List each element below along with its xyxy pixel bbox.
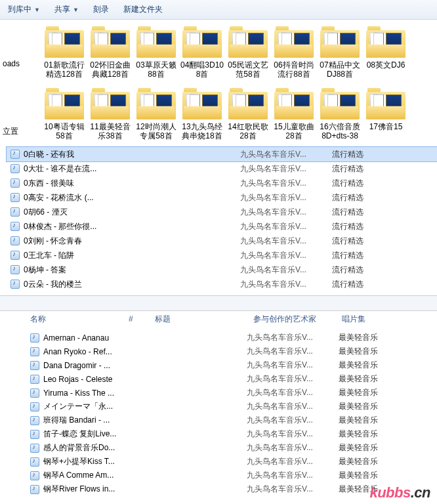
folder-label: 08英文DJ6 <box>364 60 408 70</box>
col-name[interactable]: 名称 <box>30 314 129 325</box>
music-row[interactable]: メインテーマ「永...九头鸟名车音乐V...最美轻音乐 <box>26 400 437 413</box>
music-row[interactable]: 感人的背景音乐Do...九头鸟名车音乐V...最美轻音乐 <box>26 441 437 455</box>
col-artist[interactable]: 参与创作的艺术家 <box>253 314 342 325</box>
music-row[interactable]: 0白晓 - 还有我九头鸟名车音乐V...流行精选 <box>7 147 437 161</box>
music-row[interactable]: 0刘刚 - 怀念青春九头鸟名车音乐V...流行精选 <box>7 234 437 248</box>
folder-item[interactable]: 12时尚潮人专属58首 <box>134 88 178 140</box>
folder-item[interactable]: 01新歌流行精选128首 <box>42 26 87 79</box>
folder-item[interactable]: 02怀旧金曲典藏128首 <box>88 26 133 79</box>
music-row[interactable]: Amernan - Ananau九头鸟名车音乐V...最美轻音乐 <box>26 331 437 345</box>
music-album: 最美轻音乐 <box>339 401 378 412</box>
music-icon <box>10 178 20 188</box>
folder-icon <box>136 88 176 119</box>
new-folder-label: 新建文件夹 <box>123 4 163 15</box>
music-row[interactable]: 0王北车 - 陷阱九头鸟名车音乐V...流行精选 <box>7 248 437 262</box>
music-album: 最美轻音乐 <box>339 360 378 371</box>
folder-label: 13九头鸟经典串烧18首 <box>180 122 224 140</box>
folder-item[interactable]: 03草原天籁88首 <box>134 26 178 79</box>
folder-item[interactable]: 06抖音时尚流行88首 <box>272 26 316 79</box>
folder-item[interactable]: 17佛音15 <box>364 88 408 140</box>
music-row[interactable]: 钢琴A Comme Am...九头鸟名车音乐V...最美轻音乐 <box>26 469 437 482</box>
folder-label: 14红歌民歌28首 <box>226 122 270 140</box>
music-name: 班得瑞 Bandari - ... <box>43 415 247 426</box>
library-menu[interactable]: 到库中▼ <box>3 3 45 16</box>
column-header: 名称 # 标题 参与创作的艺术家 唱片集 <box>0 311 437 327</box>
folder-item[interactable]: 13九头鸟经典串烧18首 <box>180 88 224 140</box>
music-row[interactable]: 0高安 - 花桥流水 (...九头鸟名车音乐V...流行精选 <box>7 190 437 205</box>
music-row[interactable]: 0杨坤 - 答案九头鸟名车音乐V...流行精选 <box>7 262 437 277</box>
music-list: Amernan - Ananau九头鸟名车音乐V...最美轻音乐Anan Ryo… <box>0 327 437 496</box>
music-name: 0东西 - 很美味 <box>24 178 240 189</box>
music-name: 0云朵 - 我的楼兰 <box>24 279 240 290</box>
music-album: 流行精选 <box>332 178 364 189</box>
music-artist: 九头鸟名车音乐V... <box>240 264 332 276</box>
music-name: 0高安 - 花桥流水 (... <box>24 192 240 203</box>
folder-label: 17佛音15 <box>364 122 408 131</box>
folder-item[interactable]: 11最美轻音乐38首 <box>88 88 133 140</box>
folder-icon <box>228 88 268 119</box>
music-row[interactable]: Leo Rojas - Celeste九头鸟名车音乐V...最美轻音乐 <box>26 372 437 386</box>
folder-item[interactable]: 04翻唱3D108首 <box>180 26 224 79</box>
music-album: 流行精选 <box>332 264 364 276</box>
music-icon <box>10 251 20 260</box>
music-artist: 九头鸟名车音乐V... <box>247 387 339 398</box>
music-row[interactable]: 钢琴+小提琴Kiss T...九头鸟名车音乐V...最美轻音乐 <box>26 455 437 469</box>
music-name: 0白晓 - 还有我 <box>24 149 240 160</box>
folder-item[interactable]: 07精品中文DJ88首 <box>318 26 362 79</box>
music-album: 流行精选 <box>332 149 364 160</box>
music-row[interactable]: Anan Ryoko - Ref...九头鸟名车音乐V...最美轻音乐 <box>26 345 437 358</box>
music-icon <box>10 265 20 274</box>
side-text: oads <box>3 59 20 68</box>
folder-icon <box>366 26 406 58</box>
folder-label: 02怀旧金曲典藏128首 <box>88 60 133 79</box>
new-folder-button[interactable]: 新建文件夹 <box>118 3 168 16</box>
music-row[interactable]: 0东西 - 很美味九头鸟名车音乐V...流行精选 <box>7 176 437 190</box>
music-name: 钢琴+小提琴Kiss T... <box>43 456 247 467</box>
music-album: 流行精选 <box>332 163 364 175</box>
folder-label: 16六倍音质8D+dts-38 <box>318 122 362 140</box>
music-artist: 九头鸟名车音乐V... <box>247 484 339 495</box>
music-album: 最美轻音乐 <box>339 456 378 467</box>
music-name: 钢琴A Comme Am... <box>43 470 247 481</box>
folder-item[interactable]: 15儿童歌曲28首 <box>272 88 316 140</box>
music-icon <box>30 430 39 439</box>
folder-item[interactable]: 16六倍音质8D+dts-38 <box>318 88 362 140</box>
music-artist: 九头鸟名车音乐V... <box>247 429 339 440</box>
folder-icon <box>91 26 130 58</box>
burn-button[interactable]: 刻录 <box>88 3 114 16</box>
music-icon <box>30 485 39 494</box>
music-name: 感人的背景音乐Do... <box>43 442 247 453</box>
music-album: 最美轻音乐 <box>339 346 378 357</box>
share-menu[interactable]: 共享▼ <box>49 3 84 16</box>
music-name: Anan Ryoko - Ref... <box>43 347 247 356</box>
music-row[interactable]: 0胡66 - 湮灭九头鸟名车音乐V...流行精选 <box>7 205 437 219</box>
music-row[interactable]: 0大壮 - 谁不是在流...九头鸟名车音乐V...流行精选 <box>7 161 437 176</box>
music-icon <box>30 444 39 453</box>
music-row[interactable]: 笛子-蝶恋 复刻Live...九头鸟名车音乐V...最美轻音乐 <box>26 427 437 441</box>
music-artist: 九头鸟名车音乐V... <box>240 149 332 160</box>
music-row[interactable]: Dana Dragomir - ...九头鸟名车音乐V...最美轻音乐 <box>26 358 437 372</box>
col-num[interactable]: # <box>129 314 155 324</box>
folder-item[interactable]: 08英文DJ6 <box>364 26 408 79</box>
col-title[interactable]: 标题 <box>155 314 253 325</box>
music-album: 流行精选 <box>332 221 364 232</box>
music-name: Yiruma - Kiss The ... <box>43 388 247 398</box>
music-list: 0白晓 - 还有我九头鸟名车音乐V...流行精选0大壮 - 谁不是在流...九头… <box>0 144 437 291</box>
music-album: 最美轻音乐 <box>339 373 378 385</box>
music-row[interactable]: Yiruma - Kiss The ...九头鸟名车音乐V...最美轻音乐 <box>26 386 437 400</box>
music-name: 0刘刚 - 怀念青春 <box>24 236 240 247</box>
folder-item[interactable]: 10粤语专辑58首 <box>42 88 87 140</box>
folder-item[interactable]: 14红歌民歌28首 <box>226 88 270 140</box>
col-album[interactable]: 唱片集 <box>342 314 365 325</box>
music-row[interactable]: 0云朵 - 我的楼兰九头鸟名车音乐V...流行精选 <box>7 277 437 291</box>
folder-item[interactable]: 05民谣文艺范58首 <box>226 26 270 79</box>
music-row[interactable]: 0林俊杰 - 那些你很...九头鸟名车音乐V...流行精选 <box>7 219 437 234</box>
music-artist: 九头鸟名车音乐V... <box>240 163 332 175</box>
music-row[interactable]: 班得瑞 Bandari - ...九头鸟名车音乐V...最美轻音乐 <box>26 413 437 427</box>
music-icon <box>30 361 39 370</box>
side-text: 立置 <box>3 126 18 137</box>
folder-grid: oads 立置 01新歌流行精选128首02怀旧金曲典藏128首03草原天籁88… <box>0 20 437 144</box>
folder-icon <box>320 88 360 119</box>
music-album: 流行精选 <box>332 236 364 247</box>
music-icon <box>30 375 39 384</box>
